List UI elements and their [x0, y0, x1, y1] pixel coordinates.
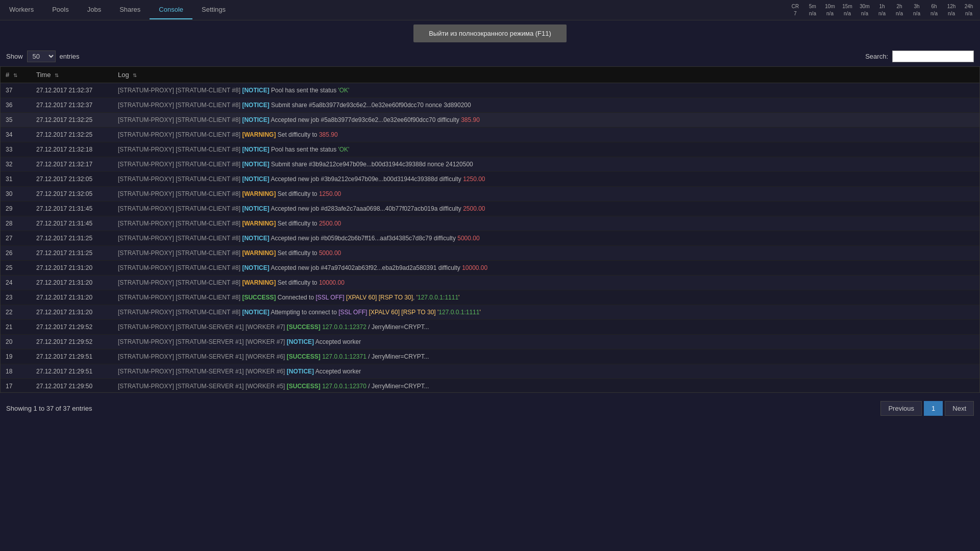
cell-log: [STRATUM-PROXY] [STRATUM-CLIENT #8] [NOT…	[113, 142, 979, 157]
cell-log: [STRATUM-PROXY] [STRATUM-CLIENT #8] [NOT…	[113, 83, 979, 98]
stat-value: n/a	[805, 10, 820, 17]
cell-time: 27.12.2017 21:31:25	[31, 246, 113, 261]
previous-button[interactable]: Previous	[880, 401, 922, 416]
table-row: 2327.12.2017 21:31:20[STRATUM-PROXY] [ST…	[1, 290, 979, 305]
fullscreen-banner: Выйти из полноэкранного режима (F11)	[0, 20, 980, 46]
tab-pools[interactable]: Pools	[43, 1, 78, 19]
cell-time: 27.12.2017 21:32:18	[31, 142, 113, 157]
cell-time: 27.12.2017 21:29:52	[31, 335, 113, 349]
cell-time: 27.12.2017 21:31:25	[31, 231, 113, 246]
cell-log: [STRATUM-PROXY] [STRATUM-CLIENT #8] [NOT…	[113, 157, 979, 172]
cell-log: [STRATUM-PROXY] [STRATUM-SERVER #1] [WOR…	[113, 379, 979, 393]
cell-time: 27.12.2017 21:29:51	[31, 364, 113, 379]
tab-workers[interactable]: Workers	[0, 1, 43, 19]
table-row: 3527.12.2017 21:32:25[STRATUM-PROXY] [ST…	[1, 113, 979, 128]
stat-value: n/a	[927, 10, 941, 17]
cell-log: [STRATUM-PROXY] [STRATUM-SERVER #1] [WOR…	[113, 320, 979, 335]
table-row: 2027.12.2017 21:29:52[STRATUM-PROXY] [ST…	[1, 335, 979, 349]
stat-value: n/a	[823, 10, 837, 17]
cell-num: 31	[1, 172, 31, 187]
table-row: 3027.12.2017 21:32:05[STRATUM-PROXY] [ST…	[1, 187, 979, 202]
entries-label: entries	[60, 53, 80, 60]
search-label: Search:	[865, 53, 888, 60]
cell-num: 32	[1, 157, 31, 172]
cell-num: 22	[1, 305, 31, 320]
cell-time: 27.12.2017 21:31:20	[31, 305, 113, 320]
search-input[interactable]	[892, 51, 974, 62]
table-row: 2627.12.2017 21:31:25[STRATUM-PROXY] [ST…	[1, 246, 979, 261]
stat-header: 15m	[840, 3, 854, 10]
stat-header: 6h	[927, 3, 941, 10]
cell-time: 27.12.2017 21:29:52	[31, 320, 113, 335]
stat-value: n/a	[840, 10, 854, 17]
top-stats: CR5m10m15m30m1h2h3h6h12h24h 7n/an/an/an/…	[788, 3, 980, 17]
cell-num: 36	[1, 98, 31, 113]
cell-log: [STRATUM-PROXY] [STRATUM-SERVER #1] [WOR…	[113, 349, 979, 364]
col-log[interactable]: Log ⇅	[113, 67, 979, 83]
cell-num: 27	[1, 231, 31, 246]
table-row: 3727.12.2017 21:32:37[STRATUM-PROXY] [ST…	[1, 83, 979, 98]
cell-time: 27.12.2017 21:31:20	[31, 261, 113, 276]
cell-time: 27.12.2017 21:32:25	[31, 128, 113, 142]
table-row: 3127.12.2017 21:32:05[STRATUM-PROXY] [ST…	[1, 172, 979, 187]
table-row: 1927.12.2017 21:29:51[STRATUM-PROXY] [ST…	[1, 349, 979, 364]
cell-time: 27.12.2017 21:32:05	[31, 187, 113, 202]
cell-num: 26	[1, 246, 31, 261]
table-header-row: # ⇅ Time ⇅ Log ⇅	[1, 67, 979, 83]
show-label: Show	[6, 53, 23, 60]
cell-log: [STRATUM-PROXY] [STRATUM-SERVER #1] [WOR…	[113, 335, 979, 349]
tab-console[interactable]: Console	[150, 1, 192, 19]
table-row: 3427.12.2017 21:32:25[STRATUM-PROXY] [ST…	[1, 128, 979, 142]
col-time[interactable]: Time ⇅	[31, 67, 113, 83]
cell-time: 27.12.2017 21:32:37	[31, 83, 113, 98]
tab-settings[interactable]: Settings	[192, 1, 235, 19]
cell-num: 24	[1, 276, 31, 290]
cell-num: 34	[1, 128, 31, 142]
fullscreen-button[interactable]: Выйти из полноэкранного режима (F11)	[413, 24, 567, 42]
stat-header: 12h	[944, 3, 959, 10]
tab-shares[interactable]: Shares	[110, 1, 150, 19]
cell-num: 20	[1, 335, 31, 349]
cell-log: [STRATUM-PROXY] [STRATUM-CLIENT #8] [WAR…	[113, 187, 979, 202]
stat-header: 24h	[962, 3, 976, 10]
cell-log: [STRATUM-PROXY] [STRATUM-CLIENT #8] [WAR…	[113, 216, 979, 231]
cell-num: 18	[1, 364, 31, 379]
next-button[interactable]: Next	[945, 401, 974, 416]
table-row: 2527.12.2017 21:31:20[STRATUM-PROXY] [ST…	[1, 261, 979, 276]
table-row: 2827.12.2017 21:31:45[STRATUM-PROXY] [ST…	[1, 216, 979, 231]
table-row: 3327.12.2017 21:32:18[STRATUM-PROXY] [ST…	[1, 142, 979, 157]
log-table: # ⇅ Time ⇅ Log ⇅ 3727.12.2017 21:32:37[S…	[1, 67, 979, 393]
cell-time: 27.12.2017 21:32:17	[31, 157, 113, 172]
cell-log: [STRATUM-PROXY] [STRATUM-CLIENT #8] [WAR…	[113, 128, 979, 142]
cell-num: 21	[1, 320, 31, 335]
sort-icon-time: ⇅	[55, 72, 59, 78]
entries-select[interactable]: 10 25 50 100	[27, 51, 56, 62]
cell-time: 27.12.2017 21:29:50	[31, 379, 113, 393]
stat-header: 1h	[875, 3, 889, 10]
stat-value: n/a	[875, 10, 889, 17]
table-row: 3227.12.2017 21:32:17[STRATUM-PROXY] [ST…	[1, 157, 979, 172]
show-entries-control: Show 10 25 50 100 entries	[6, 51, 80, 62]
cell-log: [STRATUM-PROXY] [STRATUM-CLIENT #8] [NOT…	[113, 113, 979, 128]
col-num[interactable]: # ⇅	[1, 67, 31, 83]
table-footer: Showing 1 to 37 of 37 entries Previous 1…	[0, 397, 980, 420]
stat-header: 2h	[892, 3, 906, 10]
stat-value: n/a	[910, 10, 924, 17]
cell-num: 29	[1, 202, 31, 216]
cell-num: 33	[1, 142, 31, 157]
cell-log: [STRATUM-PROXY] [STRATUM-CLIENT #8] [NOT…	[113, 305, 979, 320]
sort-icon-num: ⇅	[13, 72, 17, 78]
cell-log: [STRATUM-PROXY] [STRATUM-CLIENT #8] [NOT…	[113, 98, 979, 113]
cell-log: [STRATUM-PROXY] [STRATUM-CLIENT #8] [WAR…	[113, 246, 979, 261]
stat-value: n/a	[892, 10, 906, 17]
table-row: 2127.12.2017 21:29:52[STRATUM-PROXY] [ST…	[1, 320, 979, 335]
cell-time: 27.12.2017 21:31:20	[31, 290, 113, 305]
cell-log: [STRATUM-PROXY] [STRATUM-CLIENT #8] [SUC…	[113, 290, 979, 305]
tab-jobs[interactable]: Jobs	[78, 1, 110, 19]
top-navigation: Workers Pools Jobs Shares Console Settin…	[0, 0, 980, 20]
log-table-wrapper: # ⇅ Time ⇅ Log ⇅ 3727.12.2017 21:32:37[S…	[0, 66, 980, 393]
cell-time: 27.12.2017 21:31:45	[31, 202, 113, 216]
cell-time: 27.12.2017 21:32:05	[31, 172, 113, 187]
cell-log: [STRATUM-PROXY] [STRATUM-CLIENT #8] [WAR…	[113, 276, 979, 290]
page-1-button[interactable]: 1	[924, 401, 943, 416]
